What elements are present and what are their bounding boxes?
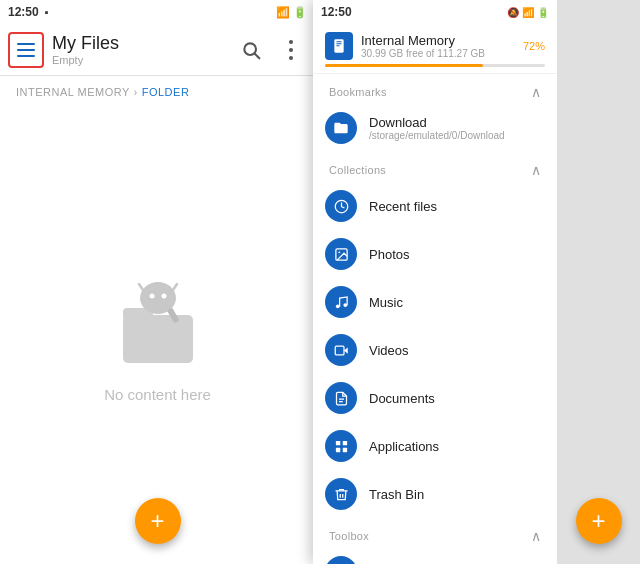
app-title: My Files bbox=[52, 33, 227, 55]
drawer-panel: 12:50 🔕 📶 🔋 Internal Memory 30.99 GB fre… bbox=[313, 0, 557, 564]
svg-point-3 bbox=[289, 48, 293, 52]
right-fab-button[interactable]: + bbox=[576, 498, 622, 544]
svg-rect-28 bbox=[335, 447, 339, 451]
storage-header: Internal Memory 30.99 GB free of 111.27 … bbox=[313, 24, 557, 74]
music-label: Music bbox=[369, 295, 545, 310]
drawer-status-icons: 🔕 📶 🔋 bbox=[507, 7, 549, 18]
svg-line-1 bbox=[255, 53, 260, 58]
main-status-icons: 📶 🔋 bbox=[276, 6, 307, 19]
svg-point-2 bbox=[289, 40, 293, 44]
svg-rect-26 bbox=[335, 440, 339, 444]
music-text: Music bbox=[369, 295, 545, 310]
bookmarks-label: Bookmarks bbox=[329, 86, 387, 98]
videos-label: Videos bbox=[369, 343, 545, 358]
storage-row: Internal Memory 30.99 GB free of 111.27 … bbox=[325, 32, 545, 60]
storage-pct: 72% bbox=[523, 40, 545, 52]
bookmark-download-item[interactable]: Download /storage/emulated/0/Download bbox=[313, 104, 557, 152]
svg-rect-29 bbox=[342, 447, 346, 451]
content-area: No content here bbox=[0, 108, 315, 564]
breadcrumb-root: INTERNAL MEMORY bbox=[16, 86, 130, 98]
svg-point-20 bbox=[335, 304, 339, 308]
videos-icon bbox=[325, 334, 357, 366]
svg-line-10 bbox=[139, 284, 143, 290]
more-options-button[interactable] bbox=[275, 34, 307, 66]
applications-item[interactable]: Applications bbox=[313, 422, 557, 470]
applications-icon bbox=[325, 430, 357, 462]
empty-text: No content here bbox=[104, 386, 211, 403]
app-toolbar: My Files Empty bbox=[0, 24, 315, 76]
download-folder-icon bbox=[325, 112, 357, 144]
collections-section-header: Collections ∧ bbox=[313, 152, 557, 182]
main-status-icon: ▪ bbox=[45, 6, 49, 18]
drawer-status-time: 12:50 bbox=[321, 5, 352, 19]
collections-chevron-icon: ∧ bbox=[531, 162, 541, 178]
right-panel: + bbox=[557, 0, 640, 564]
bookmarks-chevron-icon: ∧ bbox=[531, 84, 541, 100]
fab-plus-icon: + bbox=[150, 507, 164, 535]
toolbar-actions bbox=[235, 34, 307, 66]
music-item[interactable]: Music bbox=[313, 278, 557, 326]
storage-icon bbox=[325, 32, 353, 60]
drawer-wifi-icon: 📶 bbox=[522, 7, 534, 18]
fab-add-button[interactable]: + bbox=[135, 498, 181, 544]
photos-item[interactable]: Photos bbox=[313, 230, 557, 278]
storage-info: Internal Memory 30.99 GB free of 111.27 … bbox=[361, 33, 515, 59]
app-subtitle: Empty bbox=[52, 54, 227, 66]
drawer-scroll[interactable]: Bookmarks ∧ Download /storage/emulated/0… bbox=[313, 74, 557, 564]
recent-files-item[interactable]: Recent files bbox=[313, 182, 557, 230]
menu-button[interactable] bbox=[8, 32, 44, 68]
trash-bin-label: Trash Bin bbox=[369, 487, 545, 502]
photos-icon bbox=[325, 238, 357, 270]
svg-rect-15 bbox=[336, 43, 341, 44]
main-status-time: 12:50 bbox=[8, 5, 39, 19]
svg-point-4 bbox=[289, 56, 293, 60]
storage-bar-fill bbox=[325, 64, 483, 67]
hidden-folders-icon bbox=[325, 556, 357, 564]
documents-item[interactable]: Documents bbox=[313, 374, 557, 422]
right-fab-icon: + bbox=[591, 507, 605, 535]
trash-bin-icon bbox=[325, 478, 357, 510]
documents-label: Documents bbox=[369, 391, 545, 406]
toolbox-section-header: Toolbox ∧ bbox=[313, 518, 557, 548]
breadcrumb-arrow: › bbox=[134, 87, 138, 98]
recent-files-label: Recent files bbox=[369, 199, 545, 214]
trash-bin-text: Trash Bin bbox=[369, 487, 545, 502]
drawer-status-bar: 12:50 🔕 📶 🔋 bbox=[313, 0, 557, 24]
svg-point-8 bbox=[149, 293, 154, 298]
drawer-mute-icon: 🔕 bbox=[507, 7, 519, 18]
applications-text: Applications bbox=[369, 439, 545, 454]
documents-icon bbox=[325, 382, 357, 414]
download-item-text: Download /storage/emulated/0/Download bbox=[369, 115, 545, 141]
storage-sub: 30.99 GB free of 111.27 GB bbox=[361, 48, 515, 59]
svg-rect-27 bbox=[342, 440, 346, 444]
download-label: Download bbox=[369, 115, 545, 130]
trash-bin-item[interactable]: Trash Bin bbox=[313, 470, 557, 518]
recent-files-text: Recent files bbox=[369, 199, 545, 214]
search-button[interactable] bbox=[235, 34, 267, 66]
collections-label: Collections bbox=[329, 164, 386, 176]
toolbox-label: Toolbox bbox=[329, 530, 369, 542]
bookmarks-section-header: Bookmarks ∧ bbox=[313, 74, 557, 104]
app-title-block: My Files Empty bbox=[52, 33, 227, 67]
applications-label: Applications bbox=[369, 439, 545, 454]
battery-icon: 🔋 bbox=[293, 6, 307, 19]
hamburger-icon bbox=[17, 43, 35, 57]
storage-bar-track bbox=[325, 64, 545, 67]
drawer-battery-icon: 🔋 bbox=[537, 7, 549, 18]
breadcrumb: INTERNAL MEMORY › FOLDER bbox=[0, 76, 315, 108]
svg-rect-16 bbox=[336, 45, 339, 46]
recent-files-icon bbox=[325, 190, 357, 222]
toolbox-chevron-icon: ∧ bbox=[531, 528, 541, 544]
svg-point-21 bbox=[343, 303, 347, 307]
wifi-icon: 📶 bbox=[276, 6, 290, 19]
svg-rect-22 bbox=[335, 346, 344, 355]
svg-point-19 bbox=[338, 251, 340, 253]
photos-text: Photos bbox=[369, 247, 545, 262]
download-sub: /storage/emulated/0/Download bbox=[369, 130, 545, 141]
storage-name: Internal Memory bbox=[361, 33, 515, 48]
music-icon bbox=[325, 286, 357, 318]
videos-item[interactable]: Videos bbox=[313, 326, 557, 374]
main-status-bar: 12:50 ▪ 📶 🔋 bbox=[0, 0, 315, 24]
hidden-folders-item[interactable]: Hidden folders bbox=[313, 548, 557, 564]
empty-illustration bbox=[108, 270, 208, 370]
